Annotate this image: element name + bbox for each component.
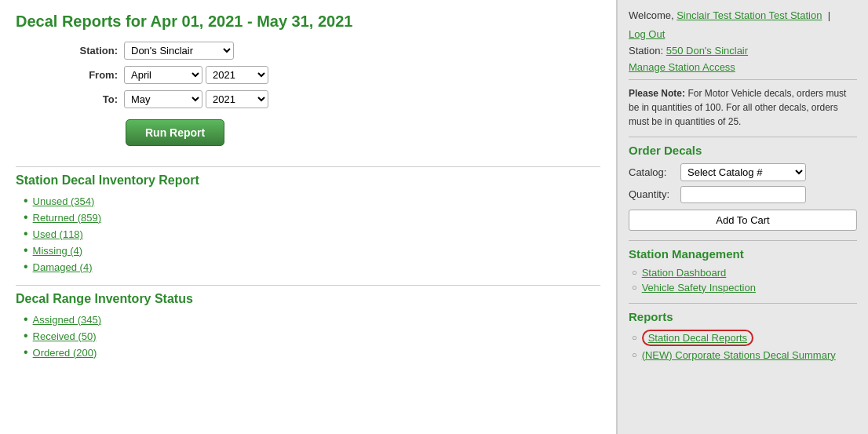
from-label: From: [63,69,118,81]
quantity-label: Quantity: [629,188,676,200]
list-item: • Received (50) [24,329,600,343]
list-item: • Used (118) [24,227,600,241]
logout-link[interactable]: Log Out [629,28,665,40]
bullet-icon: • [24,260,28,274]
circled-link-wrapper: Station Decal Reports [642,330,753,346]
bullet-icon: • [24,345,28,359]
run-report-button[interactable]: Run Report [126,119,224,146]
run-report-container: Run Report [16,115,600,159]
page-title: Decal Reports for Apr 01, 2021 - May 31,… [16,13,600,31]
damaged-link[interactable]: Damaged (4) [33,261,93,273]
from-year-select[interactable]: 2019202020212022 [206,66,268,84]
to-month-select[interactable]: JanuaryFebruaryMarchApril May JuneJulyAu… [124,90,202,108]
bullet-icon: • [24,243,28,257]
sidebar-note: Please Note: For Motor Vehicle decals, o… [629,86,857,129]
sm-bullet-icon: ○ [632,283,637,292]
manage-station-link[interactable]: Manage Station Access [629,61,735,73]
logout-row: Log Out [629,28,857,40]
welcome-user-link[interactable]: Sinclair Test Station Test Station [677,9,822,21]
range-section-title: Decal Range Inventory Status [16,292,600,306]
sidebar-divider-2 [629,137,857,137]
list-item: • Missing (4) [24,243,600,257]
list-item: • Returned (859) [24,210,600,224]
sidebar-station-row: Station: 550 Don's Sinclair [629,45,857,57]
station-row: Station: Don's Sinclair [63,42,600,60]
sm-bullet-icon: ○ [632,268,637,277]
assigned-link[interactable]: Assigned (345) [33,314,101,326]
sm-bullet-icon: ○ [632,333,637,342]
list-item: ○ Station Decal Reports [632,330,857,346]
quantity-input[interactable] [680,186,806,203]
note-strong: Please Note: [629,88,685,99]
inventory-section-title: Station Decal Inventory Report [16,173,600,188]
list-item: • Unused (354) [24,194,600,208]
used-link[interactable]: Used (118) [33,228,83,240]
sidebar-divider-3 [629,240,857,241]
list-item: ○ (NEW) Corporate Stations Decal Summary [632,349,857,361]
manage-station-row: Manage Station Access [629,61,857,73]
divider-1 [16,166,600,167]
reports-list: ○ Station Decal Reports ○ (NEW) Corporat… [632,330,857,361]
sidebar-divider-1 [629,79,857,80]
station-label: Station: [63,45,118,57]
station-dashboard-link[interactable]: Station Dashboard [642,267,727,279]
catalog-select[interactable]: Select Catalog # Option 1 Option 2 [680,163,806,181]
station-mgmt-title: Station Management [629,247,857,261]
sm-bullet-icon: ○ [632,350,637,359]
bullet-icon: • [24,329,28,343]
add-to-cart-button[interactable]: Add To Cart [629,210,857,231]
list-item: ○ Vehicle Safety Inspection [632,282,857,294]
welcome-line: Welcome, Sinclair Test Station Test Stat… [629,8,857,24]
corporate-stations-link[interactable]: (NEW) Corporate Stations Decal Summary [642,349,836,361]
catalog-row: Catalog: Select Catalog # Option 1 Optio… [629,163,857,181]
bullet-icon: • [24,312,28,326]
list-item: • Assigned (345) [24,312,600,326]
reports-title: Reports [629,310,857,323]
sidebar-divider-4 [629,303,857,304]
main-content: Decal Reports for Apr 01, 2021 - May 31,… [0,0,617,434]
missing-link[interactable]: Missing (4) [33,245,83,257]
to-year-select[interactable]: 2019202020212022 [206,90,268,108]
bullet-icon: • [24,194,28,208]
ordered-link[interactable]: Ordered (200) [33,347,97,359]
inventory-list: • Unused (354) • Returned (859) • Used (… [24,194,600,274]
sidebar-station-link[interactable]: 550 Don's Sinclair [666,45,748,57]
list-item: ○ Station Dashboard [632,267,857,279]
station-mgmt-list: ○ Station Dashboard ○ Vehicle Safety Ins… [632,267,857,294]
welcome-text: Welcome, [629,9,674,21]
to-row: To: JanuaryFebruaryMarchApril May JuneJu… [63,90,600,108]
list-item: • Ordered (200) [24,345,600,359]
from-row: From: JanuaryFebruaryMarch April MayJune… [63,66,600,84]
list-item: • Damaged (4) [24,260,600,274]
sidebar-station-label: Station: [629,45,663,57]
range-list: • Assigned (345) • Received (50) • Order… [24,312,600,359]
unused-link[interactable]: Unused (354) [33,195,95,207]
order-decals-title: Order Decals [629,144,857,157]
bullet-icon: • [24,227,28,241]
received-link[interactable]: Received (50) [33,330,97,342]
returned-link[interactable]: Returned (859) [33,212,101,224]
bullet-icon: • [24,210,28,224]
catalog-label: Catalog: [629,166,676,178]
from-month-select[interactable]: JanuaryFebruaryMarch April MayJuneJuly A… [124,66,202,84]
station-decal-reports-link[interactable]: Station Decal Reports [648,332,747,344]
station-select[interactable]: Don's Sinclair [124,42,234,60]
sidebar: Welcome, Sinclair Test Station Test Stat… [617,0,868,434]
vehicle-safety-link[interactable]: Vehicle Safety Inspection [642,282,756,294]
to-label: To: [63,93,118,105]
quantity-row: Quantity: [629,186,857,203]
divider-2 [16,285,600,286]
